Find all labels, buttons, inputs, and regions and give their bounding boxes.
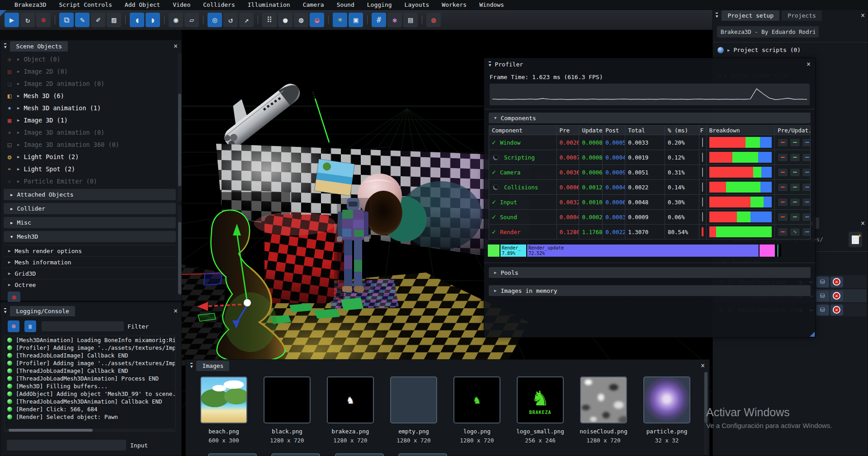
disabled-dot-icon[interactable] bbox=[493, 155, 499, 160]
tab-project-setup[interactable]: Project setup bbox=[722, 10, 779, 21]
texture-brush-icon[interactable]: ▨ bbox=[107, 13, 121, 27]
update-toggle-button[interactable] bbox=[790, 198, 800, 207]
log-list[interactable]: [Mesh3DAnimation] Loading BoneInfo mixam… bbox=[4, 336, 175, 432]
menu-layouts[interactable]: Layouts bbox=[398, 1, 436, 9]
sidebar-item-mesh-3d-animation-1-[interactable]: ✶▶Mesh 3D animation (1) bbox=[0, 102, 178, 114]
images-scrollbar[interactable] bbox=[704, 372, 708, 455]
tab-scene-objects[interactable]: Scene Objects bbox=[10, 41, 68, 52]
stop-icon[interactable]: ⊗ bbox=[36, 13, 51, 27]
enabled-check-icon[interactable]: ✓ bbox=[492, 138, 496, 146]
pre-toggle-button[interactable] bbox=[778, 198, 788, 207]
menu-video[interactable]: Video bbox=[166, 1, 197, 9]
delete-scene-button[interactable]: ✕ bbox=[830, 305, 843, 315]
save-scene-button[interactable]: ⛁ bbox=[816, 305, 829, 315]
section-attached-objects[interactable]: ▶Attached Objects bbox=[4, 189, 176, 200]
delete-scene-button[interactable]: ✕ bbox=[830, 277, 843, 287]
close-icon[interactable]: × bbox=[861, 220, 865, 227]
update-toggle-button[interactable] bbox=[790, 168, 800, 177]
image-card-noiseCloud.png[interactable]: noiseCloud.png1280 x 720 bbox=[572, 376, 635, 444]
sidebar-item-mesh-3d-6-[interactable]: ◧▶Mesh 3D (6) bbox=[0, 89, 178, 102]
menu-sound[interactable]: Sound bbox=[330, 1, 361, 9]
dots-grid-icon[interactable]: ⠿ bbox=[262, 13, 277, 27]
record-target-icon[interactable]: ◉ bbox=[169, 13, 183, 27]
paintbrush-icon[interactable]: ✎ bbox=[75, 13, 90, 27]
post-toggle-button[interactable] bbox=[802, 138, 810, 147]
project-scripts-row[interactable]: ▶ Project scripts (0) bbox=[717, 47, 801, 53]
menu-camera[interactable]: Camera bbox=[297, 1, 330, 9]
layers-icon[interactable]: ⧉ bbox=[59, 13, 74, 27]
image-card-logo.png[interactable]: ♞logo.png1280 x 720 bbox=[445, 376, 509, 444]
sun-light-icon[interactable]: ☀ bbox=[333, 13, 347, 27]
pre-toggle-button[interactable] bbox=[778, 213, 788, 221]
lifesaver-icon[interactable]: ◍ bbox=[426, 13, 441, 27]
scene-tree-scrollbar[interactable] bbox=[178, 53, 182, 202]
pre-toggle-button[interactable] bbox=[778, 138, 788, 147]
sidebar-item-light-spot-2-[interactable]: ➢▶Light Spot (2) bbox=[0, 163, 178, 175]
subsection-mesh-information[interactable]: ▶Mesh information bbox=[4, 256, 176, 268]
menu-illumination[interactable]: Illumination bbox=[241, 1, 297, 9]
section-misc[interactable]: ▶Misc bbox=[4, 217, 176, 228]
enabled-check-icon[interactable]: ✓ bbox=[492, 213, 496, 221]
mouse-right-icon[interactable]: ◗ bbox=[146, 13, 160, 27]
mouse-left-icon[interactable]: ◖ bbox=[130, 13, 144, 27]
filter-input[interactable] bbox=[42, 321, 124, 331]
subsection-octree[interactable]: ▶Octree bbox=[4, 279, 176, 290]
pre-toggle-button[interactable] bbox=[778, 183, 788, 192]
close-icon[interactable]: × bbox=[861, 12, 865, 19]
menu-workers[interactable]: Workers bbox=[435, 1, 473, 9]
resize-handle[interactable] bbox=[810, 332, 815, 337]
collapse-icon[interactable]: ▼ bbox=[4, 43, 6, 49]
enabled-check-icon[interactable]: ✓ bbox=[492, 168, 496, 176]
enabled-check-icon[interactable]: ✓ bbox=[492, 228, 496, 236]
pre-toggle-button[interactable] bbox=[778, 153, 788, 162]
post-toggle-button[interactable] bbox=[802, 183, 810, 192]
reload-icon[interactable]: ↻ bbox=[20, 13, 35, 27]
tab-images[interactable]: Images bbox=[196, 361, 229, 371]
sidebar-item-image-3d-animation-0-[interactable]: ✶▶Image 3D animation (0) bbox=[0, 126, 178, 138]
update-toggle-button[interactable]: ∿ bbox=[790, 228, 800, 236]
images-in-memory-section-header[interactable]: ▶ Images in memory bbox=[489, 285, 811, 296]
close-icon[interactable]: × bbox=[174, 43, 178, 50]
components-section-header[interactable]: ▼ Components bbox=[489, 113, 811, 123]
image-card-empty.png[interactable]: empty.png1280 x 720 bbox=[382, 376, 445, 444]
new-scene-button[interactable] bbox=[849, 232, 862, 247]
image-card-logo_small.png[interactable]: ♞BRAKEZAlogo_small.png256 x 246 bbox=[509, 376, 572, 444]
sidebar-item-particle-emitter-0-[interactable]: ✧▶Particle Emitter (0) bbox=[0, 175, 178, 187]
post-toggle-button[interactable] bbox=[802, 198, 810, 207]
console-input[interactable] bbox=[7, 440, 126, 451]
image-card-beach.png[interactable]: beach.png600 x 300 bbox=[192, 376, 255, 444]
sidebar-item-image-2d-animation-0-[interactable]: ❏▶Image 2D animation (0) bbox=[0, 77, 178, 89]
bone-brush-icon[interactable]: ✐ bbox=[91, 13, 105, 27]
enabled-check-icon[interactable]: ✓ bbox=[492, 198, 496, 206]
collapse-icon[interactable]: ▼ bbox=[716, 13, 718, 19]
menu-colliders[interactable]: Colliders bbox=[197, 1, 241, 9]
collapse-icon[interactable]: ▼ bbox=[4, 308, 6, 314]
sidebar-item-object-0-[interactable]: ✣▶Object (0) bbox=[0, 53, 178, 65]
clear-log-button[interactable]: ⊗ bbox=[8, 320, 19, 332]
menu-add-object[interactable]: Add Object bbox=[118, 1, 166, 9]
project-title-input[interactable] bbox=[717, 26, 819, 38]
menu-brakeza3d[interactable]: Brakeza3D bbox=[8, 1, 52, 9]
collapse-icon[interactable]: ▼ bbox=[190, 363, 193, 369]
pre-toggle-button[interactable] bbox=[778, 228, 788, 236]
menu-windows[interactable]: Windows bbox=[473, 1, 510, 9]
scene-props-scrollbar[interactable] bbox=[178, 205, 182, 296]
transform-icon[interactable]: ▱ bbox=[184, 13, 199, 27]
grid-icon[interactable]: # bbox=[372, 13, 386, 27]
tab-projects[interactable]: Projects bbox=[782, 10, 822, 21]
close-icon[interactable]: × bbox=[807, 61, 811, 68]
post-toggle-button[interactable] bbox=[802, 213, 810, 221]
log-hscrollbar[interactable] bbox=[5, 428, 175, 432]
color-picker-icon[interactable]: ✱ bbox=[387, 13, 402, 27]
menu-logging[interactable]: Logging bbox=[361, 1, 398, 9]
delete-scene-button[interactable]: ✕ bbox=[830, 291, 843, 301]
update-toggle-button[interactable] bbox=[790, 153, 800, 162]
sidebar-item-light-point-2-[interactable]: ❂▶Light Point (2) bbox=[0, 150, 178, 163]
close-icon[interactable]: × bbox=[174, 308, 178, 315]
subsection-mesh-render-options[interactable]: ▶Mesh render options bbox=[4, 245, 176, 256]
subsection-grid3d[interactable]: ▶Grid3D bbox=[4, 268, 176, 279]
section-mesh3d[interactable]: ▼Mesh3D bbox=[4, 231, 176, 242]
post-toggle-button[interactable] bbox=[802, 153, 810, 162]
screenshot-icon[interactable]: ▤ bbox=[403, 13, 418, 27]
pre-toggle-button[interactable] bbox=[778, 168, 788, 177]
